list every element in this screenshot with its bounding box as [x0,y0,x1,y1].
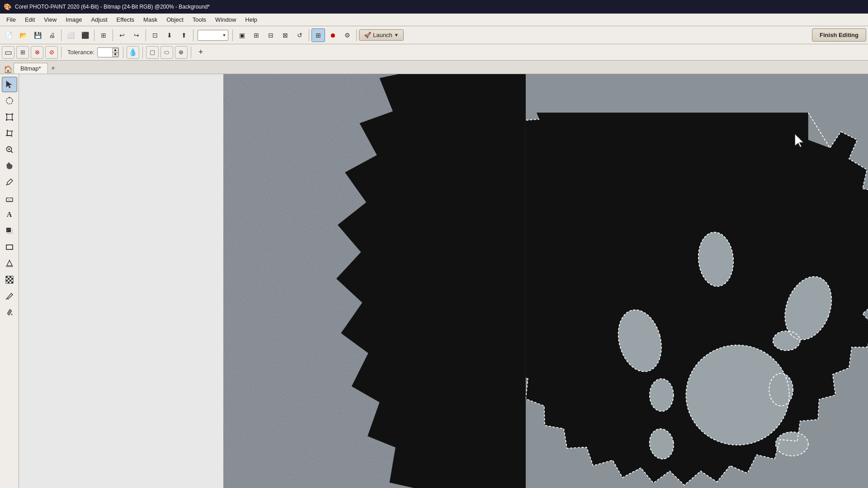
invert-mask-button[interactable]: ⊘ [45,46,58,59]
sep5 [193,29,193,41]
checkerboard-tool[interactable] [2,272,17,287]
sep3 [113,29,113,41]
pen-tool[interactable] [2,288,17,304]
app-icon: 🎨 [4,3,11,10]
eyedropper-btn[interactable]: 💧 [127,46,139,59]
publish-button[interactable]: ⊞ [97,28,110,42]
drop-shadow-tool[interactable] [2,223,17,239]
print-button[interactable]: 🖨 [45,28,59,42]
remove-from-mask-button[interactable]: ⊗ [31,46,43,59]
add-tab-button[interactable]: + [48,63,59,74]
menu-effects[interactable]: Effects [112,14,139,25]
view-mode-button[interactable]: ▣ [235,28,249,42]
sep6 [232,29,233,41]
svg-rect-26 [9,276,11,278]
workspace-left [19,74,223,488]
page-up-button[interactable]: ⬆ [177,28,191,42]
page-down-button[interactable]: ⬇ [163,28,176,42]
title-text: Corel PHOTO-PAINT 2020 (64-Bit) - Bitmap… [15,4,210,10]
paint-tool[interactable] [2,256,17,271]
svg-rect-27 [8,278,9,280]
svg-rect-31 [8,282,9,283]
ellipse-shape-button[interactable]: ⬭ [160,46,173,59]
finish-editing-button[interactable]: Finish Editing [812,28,866,42]
svg-rect-18 [8,198,10,202]
menu-view[interactable]: View [39,14,61,25]
rect-select-button[interactable]: ▭ [2,46,14,59]
rotate-button[interactable]: ↺ [293,28,307,42]
options-button[interactable]: ⚙ [340,28,354,42]
svg-rect-30 [9,280,11,282]
svg-rect-3 [7,114,12,120]
freehand-mask-tool[interactable] [2,93,17,108]
launch-dropdown-icon: ▼ [394,33,399,38]
rectangle-tool[interactable] [2,239,17,255]
overlap-button[interactable]: ⊕ [175,46,188,59]
menu-adjust[interactable]: Adjust [86,14,112,25]
zoom-input[interactable]: 200% [198,32,221,38]
eyedropper-tool[interactable] [2,174,17,190]
secondary-toolbar: ▭ ⊞ ⊗ ⊘ Tolerance: 10 ▲ ▼ 💧 ▢ ⬭ ⊕ + [0,44,868,61]
svg-line-13 [11,151,13,153]
svg-rect-29 [6,280,8,282]
new-button[interactable]: 📄 [2,28,15,42]
menu-tools[interactable]: Tools [188,14,211,25]
transform-tool[interactable] [2,109,17,125]
save-button[interactable]: 💾 [31,28,44,42]
menu-mask[interactable]: Mask [139,14,162,25]
menu-help[interactable]: Help [241,14,262,25]
canvas-area [19,74,868,488]
export-button[interactable]: ⬛ [78,28,92,42]
import-button[interactable]: ⬜ [64,28,77,42]
add-btn[interactable]: + [194,46,207,59]
add-to-mask-button[interactable]: ⊞ [16,46,29,59]
sep4 [146,29,146,41]
svg-point-2 [9,97,10,99]
pointer-tool[interactable] [2,77,17,92]
launch-icon: 🚀 [364,32,371,38]
main-area: A [0,74,868,488]
svg-rect-7 [12,119,13,121]
crop-tool[interactable] [2,126,17,141]
tolerance-down-button[interactable]: ▼ [112,52,118,57]
bitmap-tab-label: Bitmap* [20,65,41,72]
snap-button[interactable]: ⊠ [278,28,292,42]
menu-edit[interactable]: Edit [20,14,39,25]
transform-handles-button[interactable]: ⊞ [250,28,263,42]
zoom-tool[interactable] [2,142,17,157]
svg-rect-20 [6,228,11,232]
svg-rect-6 [6,119,7,121]
open-button[interactable]: 📂 [16,28,30,42]
sep1 [61,29,61,41]
tolerance-input[interactable]: 10 [98,49,112,56]
redo-button[interactable]: ↪ [130,28,143,42]
launch-button[interactable]: 🚀 Launch ▼ [359,29,404,41]
tab-bar: 🏠 Bitmap* + [0,61,868,74]
bitmap-tab[interactable]: Bitmap* [14,63,48,74]
fit-page-button[interactable]: ⊡ [148,28,162,42]
svg-line-33 [6,299,7,300]
menu-image[interactable]: Image [61,14,86,25]
svg-marker-0 [6,81,12,88]
tolerance-up-button[interactable]: ▲ [112,48,118,52]
menu-object[interactable]: Object [162,14,188,25]
zoom-dropdown[interactable]: ▼ [221,30,228,40]
tolerance-input-wrap[interactable]: 10 ▲ ▼ [97,47,119,57]
eraser-tool[interactable] [2,191,17,206]
guidelines-button[interactable]: ⊟ [264,28,278,42]
sep2 [94,29,94,41]
menu-file[interactable]: File [2,14,20,25]
freehand-shape-button[interactable]: ▢ [146,46,159,59]
zoom-selector[interactable]: 200% ▼ [198,30,228,41]
svg-rect-22 [6,245,13,249]
text-tool[interactable]: A [2,207,17,222]
sep8 [356,29,357,41]
record-button[interactable]: ⏺ [326,28,340,42]
svg-rect-32 [11,282,13,283]
home-icon[interactable]: 🏠 [4,65,13,74]
mask-overlay-button[interactable]: ⊞ [311,28,325,42]
pan-tool[interactable] [2,158,17,174]
bucket-tool[interactable] [2,305,17,320]
menu-window[interactable]: Window [211,14,241,25]
undo-button[interactable]: ↩ [115,28,129,42]
